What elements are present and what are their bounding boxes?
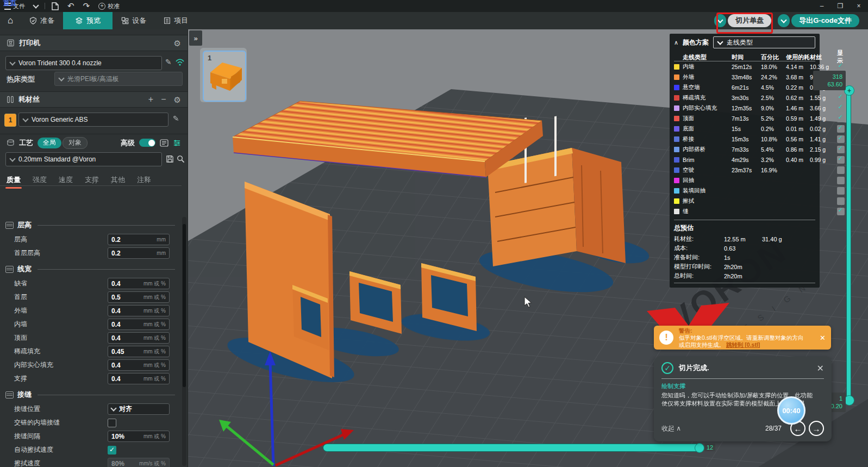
tab-device[interactable]: 设备 <box>113 12 155 29</box>
search-icon[interactable] <box>177 155 185 163</box>
tab-strength[interactable]: 强度 <box>33 175 47 185</box>
tab-others[interactable]: 其他 <box>111 175 125 185</box>
legend-visibility-checkbox[interactable] <box>837 146 845 153</box>
redo-button[interactable]: ↷ <box>79 0 95 12</box>
setting-input[interactable]: 0.4mm 或 % <box>108 305 170 316</box>
legend-visibility-checkbox[interactable] <box>837 197 845 205</box>
setting-unit: mm 或 % <box>143 294 166 301</box>
close-button[interactable]: × <box>850 0 868 12</box>
filament-select[interactable]: Voron Generic ABS <box>18 113 168 127</box>
tab-prepare[interactable]: 准备 <box>21 12 63 29</box>
setting-input[interactable]: 80%mm/s 或 % <box>108 458 170 467</box>
setting-checkbox[interactable] <box>108 419 116 427</box>
legend-visibility-checkbox[interactable] <box>837 94 845 102</box>
setting-input[interactable]: 0.2mm <box>108 247 170 259</box>
collapse-chevron-icon[interactable]: ∧ <box>674 39 678 46</box>
tune-icon[interactable] <box>173 139 181 147</box>
export-gcode-button[interactable]: 导出G-code文件 <box>791 14 859 27</box>
tab-project[interactable]: 项目 <box>155 12 197 29</box>
setting-checkbox[interactable] <box>108 446 116 454</box>
setting-input[interactable]: 0.4mm 或 % <box>108 278 170 289</box>
dialog-close-icon[interactable]: ✕ <box>817 363 824 373</box>
view-mode-select[interactable]: 走线类型 <box>713 36 815 48</box>
collapse-button[interactable]: 收起 ∧ <box>661 424 681 433</box>
objects-panel-collapse-button[interactable]: » <box>189 30 202 46</box>
setting-input[interactable]: 0.4mm 或 % <box>108 373 170 384</box>
slice-options-button[interactable] <box>714 14 726 27</box>
tip-title-link[interactable]: 绘制支撑 <box>661 382 824 390</box>
tab-preview[interactable]: 预览 <box>63 12 113 29</box>
legend-visibility-checkbox[interactable] <box>837 135 845 143</box>
legend-visibility-checkbox[interactable] <box>837 115 845 122</box>
setting-value: 10% <box>111 433 124 440</box>
next-tip-button[interactable]: → <box>809 421 824 436</box>
wifi-icon[interactable] <box>175 58 185 66</box>
toast-close-icon[interactable]: ✕ <box>820 334 826 342</box>
calibrate-button[interactable]: 校准 <box>94 0 124 12</box>
warning-toast: ! 警告: 似乎对象0.stl有浮空区域。请重新调整对象的方向 或启用支持生成。… <box>654 326 831 350</box>
undo-button[interactable]: ↶ <box>63 0 79 12</box>
layer-slider-track[interactable] <box>847 94 851 400</box>
setting-input[interactable]: 0.5mm 或 % <box>108 291 170 303</box>
bed-type-select[interactable]: 光滑PEI板/高温板 <box>54 72 183 86</box>
add-filament-button[interactable]: + <box>148 95 153 104</box>
move-slider-track[interactable] <box>323 444 700 451</box>
dialog-divider <box>661 378 824 379</box>
setting-input[interactable]: 0.2mm <box>108 234 170 245</box>
setting-select[interactable]: 对齐 <box>108 403 170 415</box>
gear-icon[interactable]: ⚙ <box>174 39 181 47</box>
setting-input[interactable]: 0.4mm 或 % <box>108 332 170 344</box>
tab-support[interactable]: 支撑 <box>85 175 99 185</box>
remove-filament-button[interactable]: − <box>161 95 166 104</box>
slice-plate-button[interactable]: 切片单盘 <box>728 14 771 27</box>
legend-visibility-checkbox[interactable] <box>837 63 845 71</box>
export-options-button[interactable] <box>778 14 790 27</box>
countdown-timer[interactable]: 00:40 <box>777 396 805 425</box>
legend-visibility-checkbox[interactable] <box>837 187 845 195</box>
legend-visibility-checkbox[interactable] <box>837 208 845 215</box>
section-divider <box>38 395 175 395</box>
setting-input[interactable]: 0.4mm 或 % <box>108 319 170 330</box>
process-preset-select[interactable]: 0.20mm Standard @Voron <box>5 152 162 166</box>
jump-to-object-link[interactable]: 跳转到 [0.stl] <box>726 341 760 348</box>
setting-input[interactable]: 0.4mm 或 % <box>108 359 170 371</box>
scope-global-button[interactable]: 全局 <box>38 138 61 148</box>
legend-row: Brim4m29s3.2%0.40 m0.99 g <box>674 154 815 165</box>
legend-visibility-checkbox[interactable] <box>837 125 845 133</box>
edit-printer-icon[interactable]: ✎ <box>165 58 172 66</box>
save-icon[interactable] <box>166 155 174 163</box>
setting-label: 首层 <box>14 292 27 302</box>
minimize-button[interactable]: – <box>813 0 831 12</box>
setting-input[interactable]: 0.45mm 或 % <box>108 346 170 357</box>
preset-list-icon[interactable] <box>160 139 168 147</box>
setting-row: 缺省0.4mm 或 % <box>0 277 182 290</box>
scope-objects-button[interactable]: 对象 <box>63 137 88 149</box>
maximize-button[interactable]: ❐ <box>831 0 850 12</box>
legend-weight: 3.66 g <box>810 105 837 111</box>
object-thumbnail-card[interactable]: 1 <box>200 48 247 102</box>
home-tab[interactable]: ⌂ <box>0 12 21 29</box>
file-menu-chevron[interactable] <box>29 0 42 12</box>
advanced-toggle[interactable] <box>139 139 155 147</box>
legend-title: 颜色方案 <box>683 38 709 47</box>
setting-value: 0.4 <box>111 321 121 328</box>
printer-select[interactable]: Voron Trident 300 0.4 nozzle <box>5 56 162 70</box>
legend-visibility-checkbox[interactable] <box>837 104 845 112</box>
color-swatch <box>674 178 679 183</box>
move-slider-handle[interactable] <box>695 443 704 453</box>
legend-time: 12m35s <box>732 105 761 111</box>
gear-icon[interactable]: ⚙ <box>174 96 181 104</box>
sidebar-scrollbar-thumb[interactable] <box>183 224 186 387</box>
export-split-button: 导出G-code文件 <box>778 14 859 27</box>
legend-visibility-checkbox[interactable] <box>837 177 845 184</box>
tab-speed[interactable]: 速度 <box>59 175 73 185</box>
legend-visibility-checkbox[interactable] <box>837 166 845 174</box>
setting-input[interactable]: 10%mm 或 % <box>108 431 170 442</box>
tab-notes[interactable]: 注释 <box>137 175 151 185</box>
tab-quality[interactable]: 质量 <box>7 175 21 185</box>
bed-type-value: 光滑PEI板/高温板 <box>67 74 119 84</box>
edit-filament-icon[interactable]: ✎ <box>173 115 179 122</box>
legend-visibility-checkbox[interactable] <box>837 156 845 164</box>
color-swatch <box>674 126 679 132</box>
new-project-button[interactable] <box>47 0 63 12</box>
